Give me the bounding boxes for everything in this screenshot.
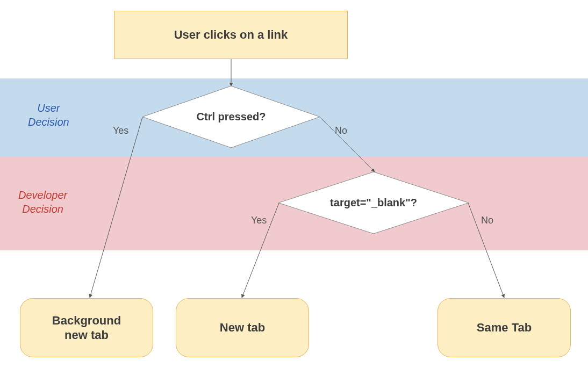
edge-label-d2-yes: Yes (251, 215, 267, 226)
label-developer-decision: Developer Decision (18, 188, 67, 216)
edge-label-d2-no: No (481, 215, 493, 226)
edge-label-d1-yes: Yes (113, 125, 128, 136)
band-user-decision (0, 78, 588, 156)
node-start-label: User clicks on a link (174, 28, 288, 42)
node-end-same-tab: Same Tab (438, 298, 571, 357)
node-end-new-tab: New tab (176, 298, 309, 357)
edge-label-d1-no: No (335, 125, 347, 136)
label-user-decision: User Decision (28, 101, 69, 129)
node-end-background-new-tab: Background new tab (20, 298, 153, 357)
band-developer-decision (0, 156, 588, 250)
node-end-new-tab-label: New tab (220, 320, 265, 335)
node-start: User clicks on a link (114, 11, 348, 59)
node-end-background-new-tab-label: Background new tab (52, 313, 121, 343)
node-end-same-tab-label: Same Tab (477, 320, 532, 335)
